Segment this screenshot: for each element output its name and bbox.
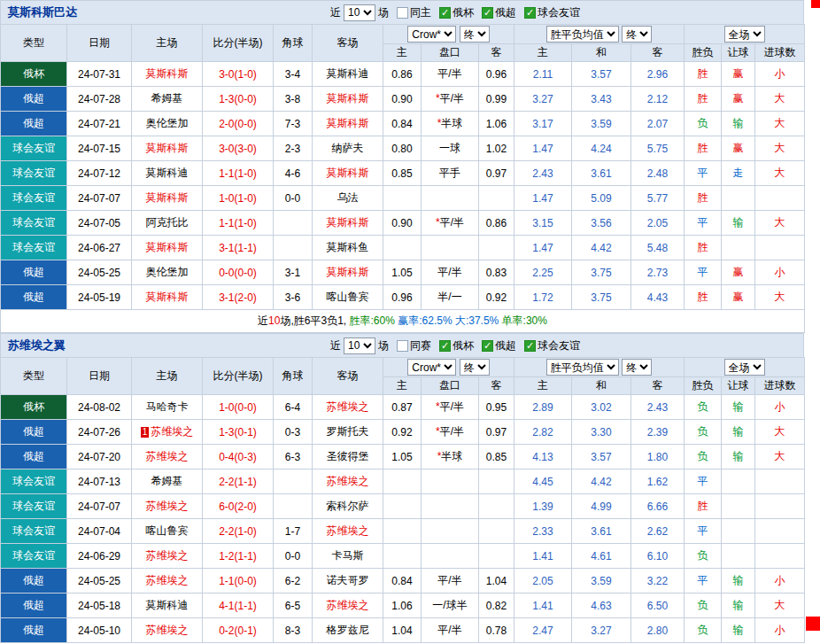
col-type: 类型 [1,25,67,62]
checkbox-俄杯[interactable] [439,7,451,19]
cell-avg-draw: 3.57 [572,445,631,469]
cell-odds-away: 1.04 [479,569,514,594]
cell-away-team[interactable]: 卡马斯 [313,544,383,569]
cell-home-team[interactable]: 莫斯科斯 [132,136,203,161]
odds-final-select[interactable]: 终 [460,359,490,376]
avg-type-select[interactable]: 胜平负均值 [546,359,619,376]
cell-handicap-result: 输 [722,112,755,136]
cell-home-team[interactable]: 莫斯科斯 [132,285,203,310]
cell-score: 3-1(2-0) [203,285,274,310]
odds-company-select[interactable]: Crow* [407,359,456,376]
cell-home-team[interactable]: 奥伦堡加 [132,112,203,136]
cell-away-team[interactable]: 莫斯科斯 [313,211,383,236]
cell-away-team[interactable]: 莫斯科斯 [313,260,383,285]
checkbox-俄超[interactable] [482,340,493,352]
checkbox-球会友谊[interactable] [524,340,536,352]
col-avg-home: 主 [514,377,572,395]
cell-home-team[interactable]: 莫斯科斯 [132,186,203,211]
col-odds-home: 主 [383,377,422,395]
checkbox-label: 俄超 [495,339,516,352]
cell-away-team[interactable]: 苏维埃之 [313,594,383,618]
cell-home-team[interactable]: 马哈奇卡 [132,395,203,420]
cell-avg-home: 2.43 [514,161,572,186]
cell-home-team[interactable]: 希姆基 [132,87,203,112]
cell-away-team[interactable]: 莫斯科鱼 [313,236,383,260]
matches-table: 类型 日期 主场 比分(半场) 角球 客场 Crow* 终 胜平负均值 终 [0,357,805,643]
cell-away-team[interactable]: 喀山鲁宾 [313,285,383,310]
cell-home-team[interactable]: 奥伦堡加 [132,260,203,285]
cell-home-team[interactable]: 希姆基 [132,469,203,494]
cell-home-team[interactable]: 苏维埃之 [132,618,203,643]
team-section-spartak: 莫斯科斯巴达 近 10 场 同主俄杯俄超球会友谊 类型 日期 主场 比分(半 [0,0,820,333]
games-count-select[interactable]: 10 [344,338,375,354]
cell-home-team[interactable]: 阿克托比 [132,211,203,236]
cell-avg-draw: 3.61 [572,519,631,544]
cell-away-team[interactable]: 苏维埃之 [313,519,383,544]
checkbox-球会友谊[interactable] [524,7,536,19]
cell-away-team[interactable]: 格罗兹尼 [313,618,383,643]
cell-match-type: 球会友谊 [1,469,67,494]
cell-odds-away: 0.95 [479,395,514,420]
cell-home-team[interactable]: 苏维埃之 [132,494,203,519]
cell-odds-away: 0.96 [479,62,514,87]
cell-home-team[interactable]: 莫斯科斯 [132,62,203,87]
checkbox-同赛[interactable] [397,340,408,352]
cell-odds-away: 0.99 [479,87,514,112]
cell-away-team[interactable]: 纳萨夫 [313,136,383,161]
cell-away-team[interactable]: 莫斯科斯 [313,112,383,136]
col-odds-home: 主 [383,44,422,62]
odds-final-select[interactable]: 终 [460,26,490,43]
cell-away-team[interactable]: 苏维埃之 [313,395,383,420]
scope-select[interactable]: 全场 [724,359,765,376]
cell-away-team[interactable]: 索科尔萨 [313,494,383,519]
checkbox-俄超[interactable] [482,7,493,19]
scope-select[interactable]: 全场 [724,26,765,43]
cell-goals: 大 [755,112,805,136]
avg-type-select[interactable]: 胜平负均值 [546,26,619,43]
cell-avg-draw: 3.02 [572,395,631,420]
cell-avg-away: 1.80 [631,445,685,469]
cell-home-team[interactable]: 苏维埃之 [132,544,203,569]
cell-avg-away: 2.12 [631,87,685,112]
games-label: 场 [378,338,389,353]
cell-avg-home: 4.45 [514,469,572,494]
cell-avg-draw: 3.59 [572,569,631,594]
cell-home-team[interactable]: 莫斯科迪 [132,161,203,186]
cell-away-team[interactable]: 莫斯科斯 [313,87,383,112]
cell-away-team[interactable]: 罗斯托夫 [313,420,383,445]
checkbox-同主[interactable] [397,7,408,19]
col-let: 让球 [722,377,755,395]
checkbox-俄杯[interactable] [439,340,451,352]
cell-home-team[interactable]: 莫斯科迪 [132,594,203,618]
cell-away-team[interactable]: 乌法 [313,186,383,211]
summary-row: 近10场,胜6平3负1, 胜率:60% 赢率:62.5% 大:37.5% 单率:… [1,310,805,333]
asterisk-mark: * [436,92,440,105]
cell-handicap-result: 赢 [722,87,755,112]
cell-corners: 1-7 [274,519,313,544]
match-row: 俄超24-05-25苏维埃之1-1(0-0)6-2诺夫哥罗0.84平/半1.04… [1,569,805,594]
cell-match-type: 球会友谊 [1,494,67,519]
cell-result: 负 [685,420,722,445]
cell-away-team[interactable]: 莫斯科斯 [313,161,383,186]
avg-final-select[interactable]: 终 [622,359,652,376]
cell-away-team[interactable]: 圣彼得堡 [313,445,383,469]
cell-odds-away: 0.78 [479,618,514,643]
cell-corners: 0-0 [274,186,313,211]
games-count-select[interactable]: 10 [344,4,375,21]
cell-home-team[interactable]: 莫斯科斯 [132,236,203,260]
cell-home-team[interactable]: 喀山鲁宾 [132,519,203,544]
cell-score: 2-0(0-0) [203,112,274,136]
cell-date: 24-06-27 [67,236,132,260]
cell-goals: 小 [755,395,805,420]
cell-score: 2-2(1-1) [203,469,274,494]
cell-home-team[interactable]: 1苏维埃之 [132,420,203,445]
cell-score: 1-1(0-0) [203,569,274,594]
odds-company-select[interactable]: Crow* [407,26,456,43]
cell-away-team[interactable]: 苏维埃之 [313,469,383,494]
cell-away-team[interactable]: 莫斯科迪 [313,62,383,87]
cell-handicap-result: 输 [722,594,755,618]
avg-final-select[interactable]: 终 [622,26,652,43]
cell-away-team[interactable]: 诺夫哥罗 [313,569,383,594]
cell-home-team[interactable]: 苏维埃之 [132,569,203,594]
cell-home-team[interactable]: 苏维埃之 [132,445,203,469]
